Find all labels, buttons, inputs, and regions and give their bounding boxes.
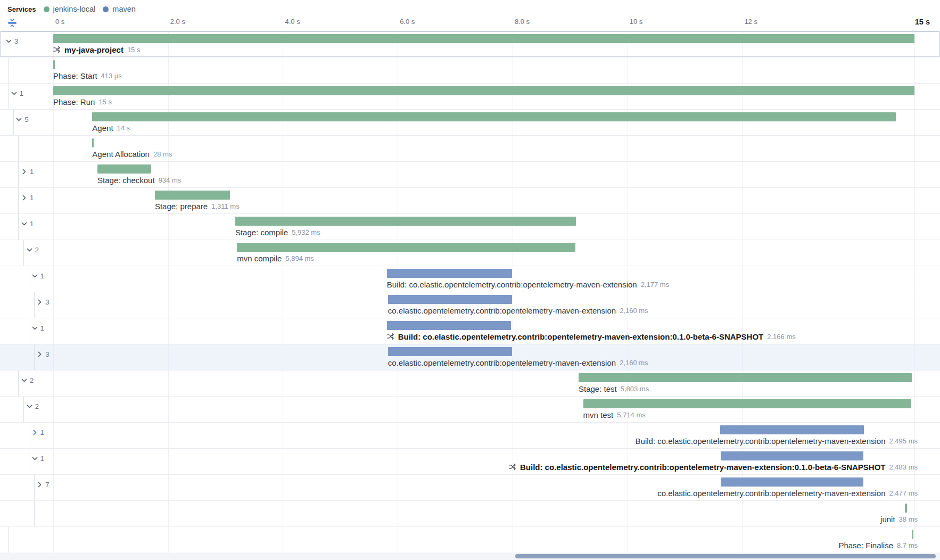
span-bar[interactable] xyxy=(53,86,914,95)
span-label[interactable]: co.elastic.opentelemetry.contrib:opentel… xyxy=(388,358,616,367)
span-label[interactable]: Stage: checkout xyxy=(97,176,155,185)
tree-guide-line xyxy=(34,501,35,526)
span-label[interactable]: Stage: test xyxy=(579,384,617,393)
span-label-line[interactable]: Build: co.elastic.opentelemetry.contrib:… xyxy=(636,435,918,446)
span-bar[interactable] xyxy=(387,269,512,278)
span-label-line[interactable]: Stage: test5,803 ms xyxy=(579,383,649,394)
chevron-down-icon[interactable] xyxy=(11,90,18,97)
chevron-down-icon[interactable] xyxy=(5,38,12,45)
span-label-line[interactable]: co.elastic.opentelemetry.contrib:opentel… xyxy=(388,305,648,316)
span-label-line[interactable]: mvn compile5,894 ms xyxy=(237,253,314,263)
span-label-line[interactable]: Build: co.elastic.opentelemetry.contrib:… xyxy=(509,462,918,472)
child-count-badge[interactable]: 3 xyxy=(45,350,49,358)
horizontal-scrollbar-thumb[interactable] xyxy=(515,554,936,558)
span-bar[interactable] xyxy=(237,243,575,252)
span-label[interactable]: Build: co.elastic.opentelemetry.contrib:… xyxy=(636,437,886,446)
span-label[interactable]: Agent Allocation xyxy=(92,150,150,159)
span-bar[interactable] xyxy=(721,451,863,460)
time-axis-tick: 8.0 s xyxy=(515,18,530,26)
tree-guide-line xyxy=(23,397,24,422)
span-bar[interactable] xyxy=(387,321,512,330)
span-bar[interactable] xyxy=(721,477,863,487)
span-bar[interactable] xyxy=(579,373,912,382)
chevron-down-icon[interactable] xyxy=(31,325,38,332)
span-bar[interactable] xyxy=(53,34,914,43)
chevron-right-icon[interactable] xyxy=(21,194,28,201)
span-bar[interactable] xyxy=(388,295,512,304)
child-count-badge[interactable]: 1 xyxy=(40,272,44,280)
span-bar[interactable] xyxy=(92,112,896,121)
child-count-badge[interactable]: 5 xyxy=(24,116,28,123)
span-label-line[interactable]: Stage: checkout934 ms xyxy=(97,175,181,185)
chevron-down-icon[interactable] xyxy=(21,377,28,384)
span-label[interactable]: my-java-project xyxy=(64,45,123,54)
span-label-line[interactable]: Stage: compile5,932 ms xyxy=(235,227,320,237)
span-label[interactable]: Build: co.elastic.opentelemetry.contrib:… xyxy=(398,332,764,341)
child-count-badge[interactable]: 1 xyxy=(30,220,34,228)
trace-row: Phase: Finalise8.7 ms xyxy=(0,527,940,553)
span-label[interactable]: mvn test xyxy=(583,410,614,419)
chevron-down-icon[interactable] xyxy=(15,116,22,123)
child-count-badge[interactable]: 7 xyxy=(45,481,49,489)
span-label-line[interactable]: Agent Allocation28 ms xyxy=(92,149,172,159)
span-label-line[interactable]: Build: co.elastic.opentelemetry.contrib:… xyxy=(387,279,669,290)
span-label[interactable]: Build: co.elastic.opentelemetry.contrib:… xyxy=(520,463,886,472)
trace-row: 2mvn test5,714 ms xyxy=(0,397,940,423)
child-count-badge[interactable]: 2 xyxy=(35,402,39,410)
span-bar[interactable] xyxy=(53,60,55,69)
child-count-badge[interactable]: 1 xyxy=(30,168,34,176)
span-label[interactable]: Phase: Run xyxy=(53,97,95,106)
chevron-down-icon[interactable] xyxy=(21,220,28,227)
child-count-badge[interactable]: 1 xyxy=(40,455,44,463)
span-label[interactable]: junit xyxy=(880,515,895,524)
trace-row: 3co.elastic.opentelemetry.contrib:opente… xyxy=(0,344,940,370)
span-bar[interactable] xyxy=(388,347,512,356)
span-label[interactable]: co.elastic.opentelemetry.contrib:opentel… xyxy=(657,489,885,498)
span-label-line[interactable]: Phase: Start413 µs xyxy=(53,70,122,81)
chevron-down-icon[interactable] xyxy=(26,403,33,410)
span-label[interactable]: Stage: compile xyxy=(235,228,288,237)
span-bar[interactable] xyxy=(912,530,913,539)
span-label-line[interactable]: co.elastic.opentelemetry.contrib:opentel… xyxy=(388,357,648,368)
span-bar[interactable] xyxy=(155,191,230,200)
chevron-right-icon[interactable] xyxy=(36,481,43,488)
span-bar[interactable] xyxy=(92,138,94,147)
span-label[interactable]: Stage: prepare xyxy=(155,202,208,211)
span-label-line[interactable]: Stage: prepare1,311 ms xyxy=(155,201,240,211)
span-bar[interactable] xyxy=(720,425,863,434)
chevron-right-icon[interactable] xyxy=(36,351,43,358)
span-label-line[interactable]: mvn test5,714 ms xyxy=(583,409,646,420)
span-label[interactable]: Phase: Start xyxy=(53,71,97,80)
span-label-line[interactable]: Agent14 s xyxy=(92,122,130,133)
span-label-line[interactable]: junit38 ms xyxy=(880,514,918,524)
child-count-badge[interactable]: 1 xyxy=(40,429,44,437)
chevron-down-icon[interactable] xyxy=(26,246,33,253)
span-label[interactable]: mvn compile xyxy=(237,254,282,263)
span-label[interactable]: Build: co.elastic.opentelemetry.contrib:… xyxy=(387,280,637,289)
span-label-line[interactable]: Phase: Finalise8.7 ms xyxy=(838,540,918,550)
span-bar[interactable] xyxy=(235,217,576,226)
span-label[interactable]: Phase: Finalise xyxy=(838,541,893,550)
child-count-badge[interactable]: 1 xyxy=(30,194,34,202)
chevron-down-icon[interactable] xyxy=(31,273,38,279)
span-bar[interactable] xyxy=(583,399,911,408)
span-label-line[interactable]: Build: co.elastic.opentelemetry.contrib:… xyxy=(387,331,796,342)
horizontal-scrollbar-track[interactable] xyxy=(0,553,940,560)
child-count-badge[interactable]: 2 xyxy=(35,246,39,254)
child-count-badge[interactable]: 1 xyxy=(20,89,23,97)
child-count-badge[interactable]: 1 xyxy=(40,324,44,332)
chevron-down-icon[interactable] xyxy=(31,455,38,462)
child-count-badge[interactable]: 3 xyxy=(14,37,18,45)
span-label-line[interactable]: my-java-project15 s xyxy=(53,44,140,55)
span-bar[interactable] xyxy=(97,164,151,174)
span-bar[interactable] xyxy=(905,504,907,513)
chevron-right-icon[interactable] xyxy=(21,168,28,175)
chevron-right-icon[interactable] xyxy=(36,299,43,306)
span-label[interactable]: Agent xyxy=(92,123,113,133)
span-label[interactable]: co.elastic.opentelemetry.contrib:opentel… xyxy=(388,306,616,315)
span-label-line[interactable]: Phase: Run15 s xyxy=(53,96,112,107)
child-count-badge[interactable]: 2 xyxy=(30,376,34,384)
child-count-badge[interactable]: 3 xyxy=(45,298,49,306)
span-label-line[interactable]: co.elastic.opentelemetry.contrib:opentel… xyxy=(657,488,918,498)
chevron-right-icon[interactable] xyxy=(31,429,38,436)
